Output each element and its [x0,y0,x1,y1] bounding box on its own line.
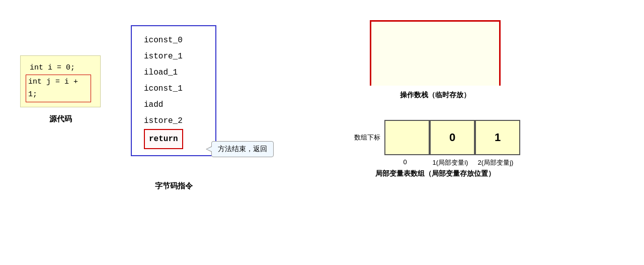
instr-return: return [144,129,183,149]
source-code-section: int i = 0; int j = i + 1; 源代码 [20,55,101,124]
idx-offset [352,158,382,167]
bytecode-label: 字节码指令 [155,181,193,191]
source-code-label: 源代码 [49,114,72,124]
right-section: 操作数栈（临时存放） 数组下标 0 1 0 1(局部变量i) 2(局部变量j) … [247,20,624,178]
locals-indices: 0 1(局部变量i) 2(局部变量j) [352,158,518,167]
locals-table: 0 1 [384,120,520,155]
instr-2: iload_1 [144,64,203,81]
main-container: int i = 0; int j = i + 1; 源代码 iconst_0 i… [0,0,644,265]
idx-2: 2(局部变量j) [473,158,518,167]
code-line-2-highlight: int j = i + 1; [26,75,91,102]
bytecode-section: iconst_0 istore_1 iload_1 iconst_1 iadd … [131,25,216,191]
idx-1: 1(局部变量i) [428,158,473,167]
locals-row-label: 数组下标 [350,133,380,142]
instr-4: iadd [144,97,203,113]
locals-area: 数组下标 0 1 0 1(局部变量i) 2(局部变量j) 局部变量表数组（局部变… [247,120,624,178]
stack-label: 操作数栈（临时存放） [400,91,470,100]
callout-bubble: 方法结束，返回 [211,141,274,157]
code-line-1: int i = 0; [28,61,93,75]
instr-5: istore_2 [144,113,203,129]
instr-3: iconst_1 [144,81,203,97]
operand-stack-box [370,20,501,86]
local-cell-2: 1 [475,120,520,155]
idx-0: 0 [382,158,428,167]
instr-0: iconst_0 [144,32,203,48]
code-box: int i = 0; int j = i + 1; [20,55,101,107]
local-cell-0 [384,120,430,155]
locals-row: 数组下标 0 1 [350,120,520,155]
locals-main-label: 局部变量表数组（局部变量存放位置） [375,169,495,178]
stack-area: 操作数栈（临时存放） [247,20,624,100]
instr-1: istore_1 [144,48,203,64]
bytecode-box: iconst_0 istore_1 iload_1 iconst_1 iadd … [131,25,216,156]
return-row: return [144,129,203,149]
local-cell-1: 0 [430,120,475,155]
